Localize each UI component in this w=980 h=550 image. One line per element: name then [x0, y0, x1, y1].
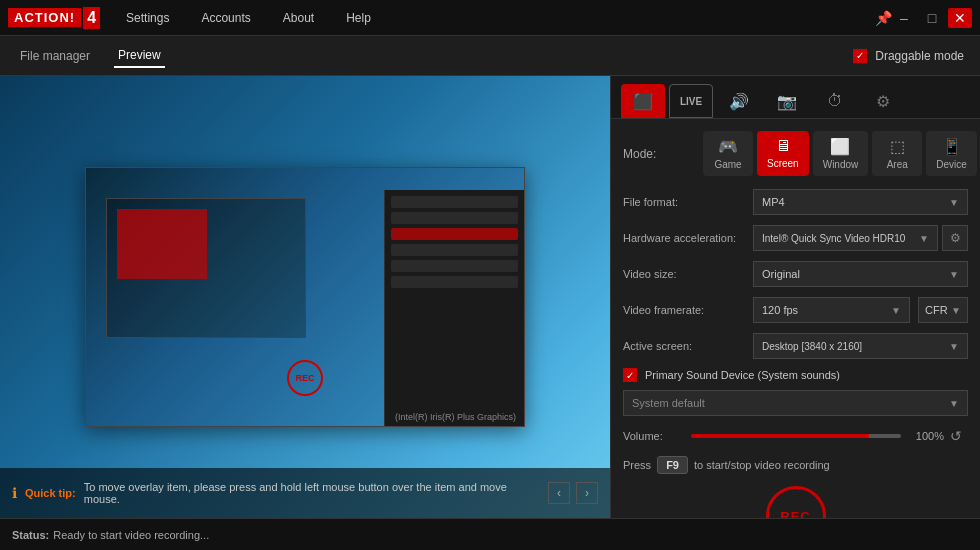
logo-version: 4 [83, 7, 100, 29]
video-size-select[interactable]: Original ▼ [753, 261, 968, 287]
active-screen-value: Desktop [3840 x 2160] [762, 341, 862, 352]
preview-content: REC (Intel(R) Iris(R) Plus Graphics) [86, 168, 524, 426]
mode-window-label: Window [823, 159, 859, 170]
mode-window[interactable]: ⬜ Window [813, 131, 869, 176]
minimize-button[interactable]: – [892, 8, 916, 28]
hw-accel-value: Intel® Quick Sync Video HDR10 [762, 233, 905, 244]
hw-accel-control: Intel® Quick Sync Video HDR10 ▼ ⚙ [753, 225, 968, 251]
cfr-select[interactable]: CFR ▼ [918, 297, 968, 323]
volume-reset-button[interactable]: ↺ [944, 424, 968, 448]
nested-inner [117, 209, 207, 279]
preview-inner-window: REC (Intel(R) Iris(R) Plus Graphics) [85, 167, 525, 427]
nested-preview [106, 198, 306, 338]
info-icon: ℹ [12, 485, 17, 501]
mode-game[interactable]: 🎮 Game [703, 131, 753, 176]
tip-nav-arrows: ‹ › [548, 482, 598, 504]
tab-settings[interactable]: ⚙ [861, 84, 905, 118]
tab-video[interactable]: ⬛ [621, 84, 665, 118]
tab-timer[interactable]: ⏱ [813, 84, 857, 118]
cfr-arrow: ▼ [951, 305, 961, 316]
video-size-arrow: ▼ [949, 269, 959, 280]
status-label: Status: [12, 529, 49, 541]
press-text-before: Press [623, 459, 651, 471]
next-tip-button[interactable]: › [576, 482, 598, 504]
window-icon: ⬜ [830, 137, 850, 156]
right-panel-body: Mode: 🎮 Game 🖥 Screen ⬜ Window [611, 119, 980, 518]
framerate-value: 120 fps [762, 304, 798, 316]
hw-accel-select[interactable]: Intel® Quick Sync Video HDR10 ▼ [753, 225, 938, 251]
prev-tip-button[interactable]: ‹ [548, 482, 570, 504]
nav-accounts[interactable]: Accounts [195, 7, 256, 29]
draggable-checkbox[interactable]: ✓ [853, 49, 867, 63]
framerate-select[interactable]: 120 fps ▼ [753, 297, 910, 323]
preview-area: REC (Intel(R) Iris(R) Plus Graphics) ℹ Q… [0, 76, 610, 518]
nav-about[interactable]: About [277, 7, 320, 29]
status-bar: Status: Ready to start video recording..… [0, 518, 980, 550]
right-panel: ⬛ LIVE 🔊 📷 ⏱ ⚙ Mode: 🎮 [610, 76, 980, 518]
nav-help[interactable]: Help [340, 7, 377, 29]
mode-area-label: Area [887, 159, 908, 170]
settings-icon: ⚙ [876, 92, 890, 111]
active-screen-select[interactable]: Desktop [3840 x 2160] ▼ [753, 333, 968, 359]
rpp-row-3 [391, 228, 518, 240]
toolbar: File manager Preview ✓ Draggable mode [0, 36, 980, 76]
tab-live[interactable]: LIVE [669, 84, 713, 118]
rpp-row-4 [391, 244, 518, 256]
rpp-row-5 [391, 260, 518, 272]
file-manager-tab[interactable]: File manager [16, 45, 94, 67]
video-size-value: Original [762, 268, 800, 280]
inner-rec-button: REC [287, 360, 323, 396]
video-size-label: Video size: [623, 268, 753, 280]
volume-value: 100% [909, 430, 944, 442]
hw-accel-arrow: ▼ [919, 233, 929, 244]
mode-screen[interactable]: 🖥 Screen [757, 131, 809, 176]
video-framerate-control: 120 fps ▼ CFR ▼ [753, 297, 968, 323]
audio-icon: 🔊 [729, 92, 749, 111]
rpp-row-6 [391, 276, 518, 288]
preview-tab[interactable]: Preview [114, 44, 165, 68]
primary-sound-checkbox[interactable]: ✓ [623, 368, 637, 382]
mode-area[interactable]: ⬚ Area [872, 131, 922, 176]
nav-settings[interactable]: Settings [120, 7, 175, 29]
mode-row: Mode: 🎮 Game 🖥 Screen ⬜ Window [623, 131, 968, 176]
video-size-row: Video size: Original ▼ [623, 260, 968, 288]
main-content: REC (Intel(R) Iris(R) Plus Graphics) ℹ Q… [0, 76, 980, 518]
volume-slider[interactable] [691, 434, 901, 438]
close-button[interactable]: ✕ [948, 8, 972, 28]
quick-tip-label: Quick tip: [25, 487, 76, 499]
draggable-mode-toggle[interactable]: ✓ Draggable mode [853, 49, 964, 63]
file-format-label: File format: [623, 196, 753, 208]
mode-screen-label: Screen [767, 158, 799, 169]
rpp-row-1 [391, 196, 518, 208]
video-framerate-label: Video framerate: [623, 304, 753, 316]
press-text-after: to start/stop video recording [694, 459, 830, 471]
rpp-row-2 [391, 212, 518, 224]
video-icon: ⬛ [633, 92, 653, 111]
draggable-label: Draggable mode [875, 49, 964, 63]
rec-button[interactable]: REC [766, 486, 826, 518]
file-format-row: File format: MP4 ▼ [623, 188, 968, 216]
rec-button-row: REC [623, 486, 968, 518]
camera-icon: 📷 [777, 92, 797, 111]
sound-device-select[interactable]: System default ▼ [623, 390, 968, 416]
pin-icon[interactable]: 📌 [875, 10, 892, 26]
primary-sound-label: Primary Sound Device (System sounds) [645, 369, 840, 381]
active-screen-label: Active screen: [623, 340, 753, 352]
volume-label: Volume: [623, 430, 683, 442]
inner-right-panel [384, 190, 524, 426]
inner-gpu-label: (Intel(R) Iris(R) Plus Graphics) [395, 412, 516, 422]
mode-device[interactable]: 📱 Device [926, 131, 977, 176]
mode-game-label: Game [714, 159, 741, 170]
press-shortcut-row: Press F9 to start/stop video recording [623, 456, 968, 474]
file-format-arrow: ▼ [949, 197, 959, 208]
file-format-select[interactable]: MP4 ▼ [753, 189, 968, 215]
maximize-button[interactable]: □ [920, 8, 944, 28]
title-bar: ACTION! 4 Settings Accounts About Help 📌… [0, 0, 980, 36]
tab-screenshot[interactable]: 📷 [765, 84, 809, 118]
tab-audio[interactable]: 🔊 [717, 84, 761, 118]
volume-row: Volume: 100% ↺ [623, 424, 968, 448]
sound-device-row: System default ▼ [623, 390, 968, 416]
primary-sound-row: ✓ Primary Sound Device (System sounds) [623, 368, 968, 382]
hw-accel-settings-button[interactable]: ⚙ [942, 225, 968, 251]
sound-device-arrow: ▼ [949, 398, 959, 409]
